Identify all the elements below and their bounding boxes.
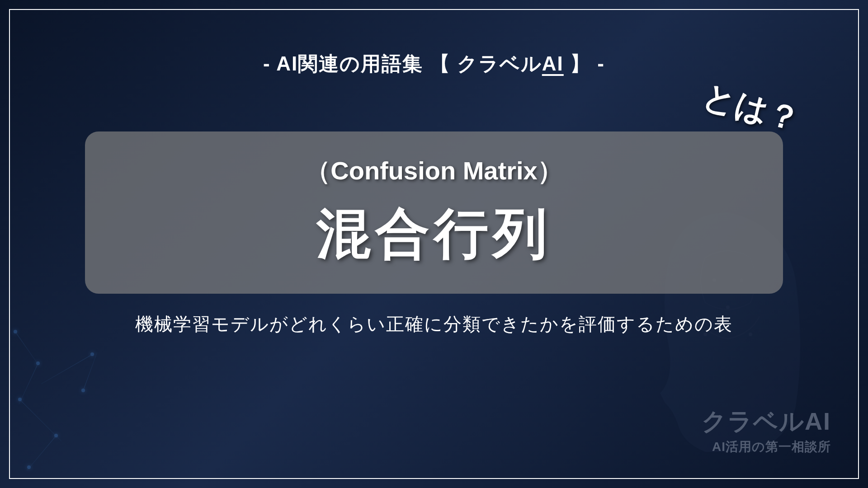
header-title: - AI関連の用語集 【 クラベルAI 】 - bbox=[263, 51, 605, 77]
english-term-label: （Confusion Matrix） bbox=[121, 154, 747, 188]
main-term-box: とは？ （Confusion Matrix） 混合行列 bbox=[85, 131, 783, 294]
header-prefix: - AI関連の用語集 【 クラベル bbox=[263, 52, 542, 75]
toha-badge: とは？ bbox=[698, 74, 805, 142]
content-container: - AI関連の用語集 【 クラベルAI 】 - とは？ （Confusion M… bbox=[24, 23, 844, 465]
term-description: 機械学習モデルがどれくらい正確に分類できたかを評価するための表 bbox=[135, 312, 733, 337]
japanese-term-title: 混合行列 bbox=[121, 197, 747, 271]
header-suffix: 】 - bbox=[564, 52, 605, 75]
outer-frame: - AI関連の用語集 【 クラベルAI 】 - とは？ （Confusion M… bbox=[9, 9, 859, 479]
header-ai-text: AI bbox=[542, 52, 564, 75]
